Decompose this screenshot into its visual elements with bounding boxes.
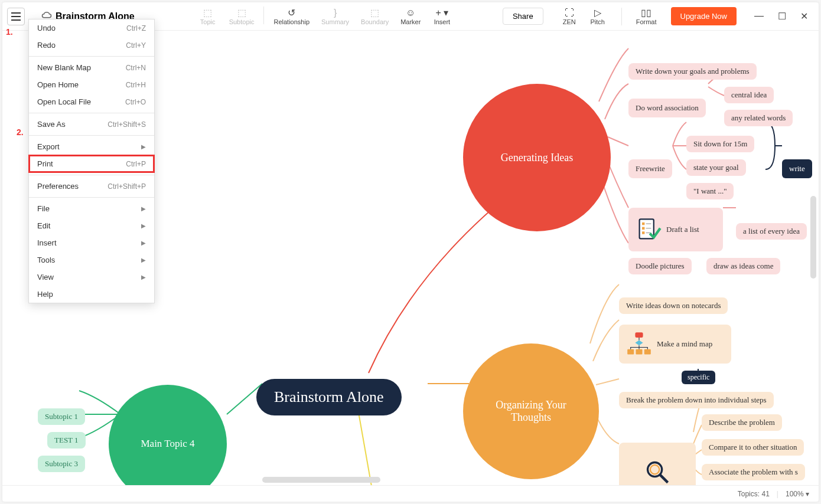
submenu-chevron-icon: ▶: [141, 222, 146, 229]
node-subtopic-1[interactable]: Subtopic 1: [38, 408, 85, 425]
menu-item-label: Help: [37, 290, 53, 299]
pitch-label: Pitch: [590, 18, 604, 25]
node-generating-ideas[interactable]: Generating Ideas: [463, 84, 611, 231]
svg-rect-1: [642, 222, 644, 225]
menu-item-save-as[interactable]: Save AsCtrl+Shift+S: [29, 116, 154, 133]
marker-button[interactable]: ☺Marker: [396, 6, 425, 27]
menu-item-help[interactable]: Help: [29, 286, 154, 303]
submenu-chevron-icon: ▶: [141, 274, 146, 280]
horizontal-scrollbar[interactable]: [262, 477, 380, 483]
node-associate[interactable]: Associate the problem with s: [702, 464, 805, 480]
node-central-idea[interactable]: central idea: [724, 87, 774, 103]
hamburger-menu-button[interactable]: [7, 8, 25, 25]
node-test-1[interactable]: TEST 1: [47, 432, 86, 449]
relationship-icon: ↺: [288, 8, 295, 18]
summary-label: Summary: [321, 18, 349, 25]
maximize-button[interactable]: ☐: [778, 11, 786, 22]
node-organizing-thoughts-label: Organizing Your Thoughts: [487, 399, 575, 424]
format-button[interactable]: ▯▯Format: [631, 6, 662, 27]
node-doodle[interactable]: Doodle pictures: [628, 258, 692, 274]
svg-rect-3: [642, 231, 644, 234]
marker-label: Marker: [400, 18, 421, 25]
node-state-goal[interactable]: state your goal: [686, 159, 746, 176]
close-button[interactable]: ✕: [800, 11, 808, 22]
menu-item-open-home[interactable]: Open HomeCtrl+H: [29, 76, 154, 93]
boundary-label: Boundary: [361, 18, 389, 25]
node-write-goals[interactable]: Write down your goals and problems: [628, 63, 757, 80]
right-tools: ⛶ZEN ▷Pitch ▯▯Format Upgrade Now: [555, 6, 737, 27]
marker-icon: ☺: [406, 8, 415, 18]
svg-rect-7: [635, 332, 643, 338]
node-write[interactable]: write: [782, 159, 812, 178]
menu-item-open-local-file[interactable]: Open Local FileCtrl+O: [29, 93, 154, 110]
orgchart-icon: [626, 331, 652, 357]
minimize-button[interactable]: —: [754, 11, 764, 22]
relationship-button[interactable]: ↺Relationship: [269, 6, 314, 27]
node-every-idea[interactable]: a list of every idea: [736, 223, 807, 240]
vertical-scrollbar[interactable]: [810, 196, 816, 279]
menu-item-label: Tools: [37, 256, 55, 264]
menu-item-new-blank-map[interactable]: New Blank MapCtrl+N: [29, 59, 154, 76]
topic-label: Topic: [200, 18, 216, 25]
upgrade-button[interactable]: Upgrade Now: [671, 7, 737, 25]
menu-item-preferences[interactable]: PreferencesCtrl+Shift+P: [29, 178, 154, 195]
node-sit-down[interactable]: Sit down for 15m: [686, 136, 754, 152]
zen-icon: ⛶: [565, 8, 574, 18]
node-compare[interactable]: Compare it to other situation: [702, 439, 804, 456]
node-draw-as[interactable]: draw as ideas come: [706, 258, 780, 274]
submenu-chevron-icon: ▶: [141, 143, 146, 150]
menu-item-label: Open Local File: [37, 97, 91, 106]
zoom-control[interactable]: 100% ▾: [786, 490, 809, 498]
svg-marker-8: [635, 340, 643, 345]
topic-button[interactable]: ⬚Topic: [194, 6, 222, 27]
node-make-mindmap-label: Make a mind map: [657, 339, 712, 349]
menu-item-shortcut: Ctrl+P: [126, 160, 146, 168]
svg-rect-2: [642, 227, 644, 230]
pitch-icon: ▷: [594, 8, 601, 18]
node-related-words[interactable]: any related words: [724, 110, 793, 126]
central-topic[interactable]: Brainstorm Alone: [256, 379, 402, 415]
node-notecards[interactable]: Write ideas down on notecards: [619, 297, 728, 314]
submenu-chevron-icon: ▶: [141, 205, 146, 212]
zen-button[interactable]: ⛶ZEN: [555, 6, 584, 27]
node-specific-label[interactable]: specific: [682, 371, 715, 384]
share-button[interactable]: Share: [503, 8, 543, 25]
status-bar: Topics: 41 | 100% ▾: [2, 485, 819, 502]
pitch-button[interactable]: ▷Pitch: [584, 6, 612, 27]
menu-item-shortcut: Ctrl+N: [126, 64, 146, 72]
node-word-association[interactable]: Do word association: [628, 99, 706, 117]
menu-item-undo[interactable]: UndoCtrl+Z: [29, 19, 154, 37]
svg-rect-11: [644, 349, 651, 355]
insert-icon: + ▾: [436, 8, 449, 18]
menu-item-file[interactable]: File▶: [29, 200, 154, 217]
node-main-topic-4[interactable]: Main Topic 4: [109, 385, 227, 485]
node-draft-list[interactable]: Draft a list: [628, 208, 723, 251]
node-i-want[interactable]: "I want ...": [686, 183, 734, 199]
subtopic-label: Subtopic: [229, 18, 255, 25]
menu-item-export[interactable]: Export▶: [29, 138, 154, 155]
node-describe[interactable]: Describe the problem: [702, 414, 782, 431]
summary-button[interactable]: }Summary: [317, 6, 354, 27]
window-controls: — ☐ ✕: [754, 11, 808, 22]
menu-item-print[interactable]: PrintCtrl+P: [29, 155, 154, 172]
node-freewrite[interactable]: Freewrite: [628, 159, 672, 178]
submenu-chevron-icon: ▶: [141, 240, 146, 246]
menu-item-shortcut: Ctrl+Z: [126, 24, 146, 32]
format-icon: ▯▯: [641, 8, 651, 18]
menu-item-insert[interactable]: Insert▶: [29, 234, 154, 251]
subtopic-button[interactable]: ⬚Subtopic: [224, 6, 259, 27]
menu-item-tools[interactable]: Tools▶: [29, 251, 154, 269]
insert-button[interactable]: + ▾Insert: [428, 6, 456, 27]
node-break-problem[interactable]: Break the problem down into individual s…: [619, 392, 774, 408]
boundary-button[interactable]: ⬚Boundary: [356, 6, 393, 27]
node-make-mindmap[interactable]: Make a mind map: [619, 325, 731, 364]
menu-item-edit[interactable]: Edit▶: [29, 217, 154, 234]
node-organizing-thoughts[interactable]: Organizing Your Thoughts: [463, 343, 599, 479]
node-subtopic-3[interactable]: Subtopic 3: [38, 456, 85, 472]
menu-item-label: New Blank Map: [37, 63, 91, 72]
node-cube-problem[interactable]: Cube the problem: [619, 443, 696, 485]
menu-item-redo[interactable]: RedoCtrl+Y: [29, 37, 154, 54]
menu-item-shortcut: Ctrl+Shift+S: [107, 120, 146, 129]
menu-item-view[interactable]: View▶: [29, 269, 154, 286]
menu-item-label: Open Home: [37, 80, 79, 89]
